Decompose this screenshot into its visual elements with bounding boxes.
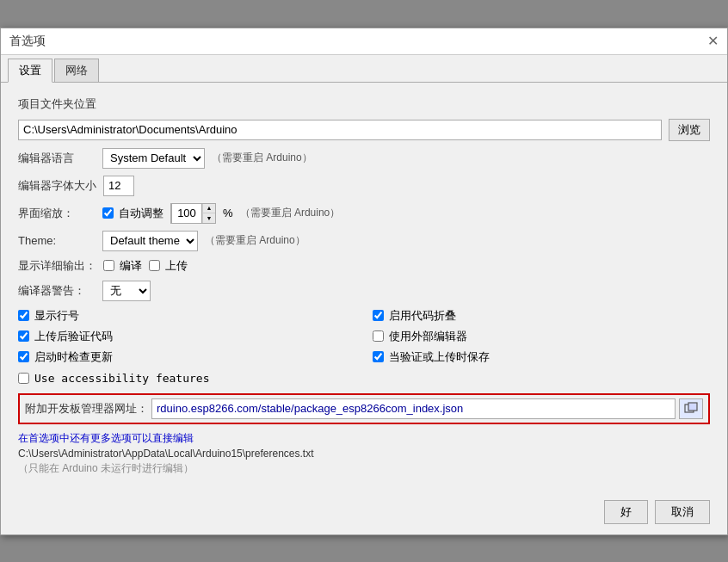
show-line-numbers-label[interactable]: 显示行号 (18, 308, 355, 324)
enable-folding-label[interactable]: 启用代码折叠 (373, 308, 710, 324)
addon-url-input[interactable] (151, 398, 676, 419)
verbose-upload-label[interactable]: 上传 (149, 258, 188, 274)
verbose-compile-label[interactable]: 编译 (103, 258, 142, 274)
upload-verify-checkbox[interactable] (18, 330, 29, 342)
info-link[interactable]: 在首选项中还有更多选项可以直接编辑 (18, 431, 710, 446)
addon-url-open-button[interactable] (679, 398, 703, 419)
editor-language-hint: （需要重启 Arduino） (212, 151, 312, 165)
theme-hint: （需要重启 Arduino） (205, 233, 305, 248)
upload-verify-label[interactable]: 上传后验证代码 (18, 329, 355, 344)
compiler-warning-row: 编译器警告： 无 默认 更多 全部 (18, 281, 710, 301)
preferences-dialog: 首选项 ✕ 设置 网络 项目文件夹位置 浏览 编辑器语言 System Defa… (0, 28, 728, 535)
enable-folding-checkbox[interactable] (373, 310, 384, 321)
compiler-warning-select[interactable]: 无 默认 更多 全部 (102, 281, 151, 301)
ui-scale-up-arrow[interactable]: ▲ (203, 204, 215, 213)
ui-scale-down-arrow[interactable]: ▼ (203, 213, 215, 223)
ui-scale-auto-checkbox[interactable] (102, 207, 114, 219)
show-line-numbers-checkbox[interactable] (18, 310, 29, 321)
settings-content: 项目文件夹位置 浏览 编辑器语言 System Default English … (1, 83, 727, 493)
verbose-row: 显示详细输出： 编译 上传 (18, 258, 710, 274)
ui-scale-input[interactable] (171, 203, 202, 224)
open-icon (684, 402, 698, 416)
editor-fontsize-row: 编辑器字体大小 (18, 176, 710, 196)
check-updates-label[interactable]: 启动时检查更新 (18, 349, 355, 365)
theme-label: Theme: (18, 234, 96, 247)
accessibility-checkbox[interactable] (18, 373, 29, 384)
footer: 好 取消 (1, 493, 727, 534)
accessibility-label[interactable]: Use accessibility features (18, 372, 210, 385)
verbose-compile-checkbox[interactable] (103, 260, 114, 271)
addon-url-row: 附加开发板管理器网址： (18, 393, 710, 424)
ui-scale-label: 界面缩放： (18, 206, 96, 221)
dialog-title: 首选项 (9, 34, 46, 49)
project-folder-input[interactable] (18, 120, 662, 140)
title-bar: 首选项 ✕ (1, 28, 727, 55)
ui-scale-stepper: ▲ ▼ (170, 203, 216, 224)
save-on-verify-label[interactable]: 当验证或上传时保存 (373, 349, 710, 365)
theme-row: Theme: Default theme Dark theme （需要重启 Ar… (18, 231, 710, 251)
ui-scale-hint: （需要重启 Arduino） (240, 206, 341, 220)
editor-language-select[interactable]: System Default English 中文(简体) (102, 148, 205, 169)
close-button[interactable]: ✕ (707, 34, 719, 48)
tab-bar: 设置 网络 (1, 55, 727, 83)
project-folder-section-title: 项目文件夹位置 (18, 96, 710, 112)
check-updates-checkbox[interactable] (18, 351, 29, 362)
ok-button[interactable]: 好 (604, 500, 648, 524)
tab-network[interactable]: 网络 (54, 59, 99, 82)
ui-scale-auto-label[interactable]: 自动调整 (102, 206, 163, 221)
note-text: （只能在 Arduino 未运行时进行编辑） (18, 461, 710, 476)
project-folder-row: 浏览 (18, 119, 710, 141)
editor-fontsize-input[interactable] (103, 176, 134, 196)
verbose-upload-checkbox[interactable] (149, 260, 160, 271)
external-editor-checkbox[interactable] (373, 330, 384, 342)
browse-button[interactable]: 浏览 (669, 119, 710, 141)
ui-scale-row: 界面缩放： 自动调整 ▲ ▼ % （需要重启 Arduino） (18, 203, 710, 224)
editor-language-label: 编辑器语言 (18, 151, 96, 166)
cancel-button[interactable]: 取消 (655, 500, 710, 524)
addon-url-label: 附加开发板管理器网址： (25, 401, 148, 417)
compiler-warning-label: 编译器警告： (18, 283, 96, 299)
svg-rect-1 (688, 403, 697, 411)
prefs-path: C:\Users\Administrator\AppData\Local\Ard… (18, 448, 710, 460)
tab-settings[interactable]: 设置 (8, 59, 52, 83)
verbose-label: 显示详细输出： (18, 258, 96, 274)
ui-scale-unit: % (223, 207, 233, 219)
accessibility-row: Use accessibility features (18, 372, 710, 385)
editor-fontsize-label: 编辑器字体大小 (18, 178, 96, 194)
checkboxes-grid: 显示行号 启用代码折叠 上传后验证代码 使用外部编辑器 启动时检查更新 当验证或… (18, 308, 710, 365)
external-editor-label[interactable]: 使用外部编辑器 (373, 329, 710, 344)
theme-select[interactable]: Default theme Dark theme (102, 231, 198, 251)
save-on-verify-checkbox[interactable] (373, 351, 384, 362)
ui-scale-arrows: ▲ ▼ (202, 204, 215, 223)
editor-language-row: 编辑器语言 System Default English 中文(简体) （需要重… (18, 148, 710, 169)
